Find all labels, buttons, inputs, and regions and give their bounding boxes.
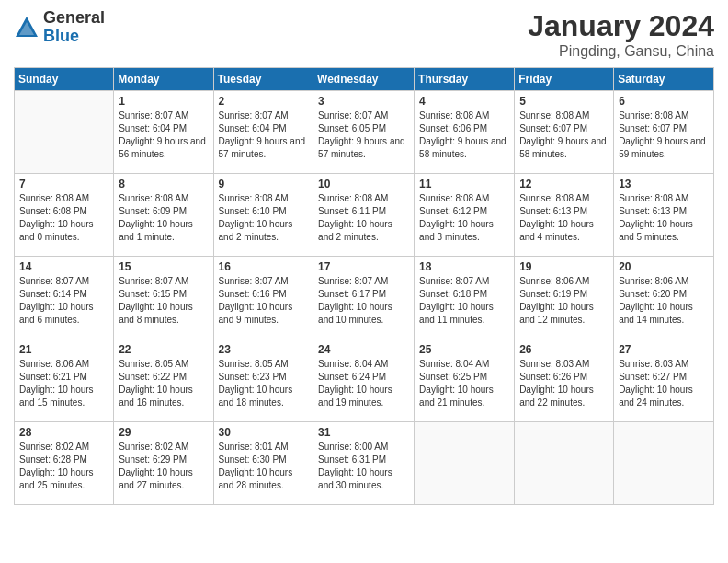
day-number: 19: [519, 260, 609, 273]
calendar-week-row: 1Sunrise: 8:07 AMSunset: 6:04 PMDaylight…: [15, 91, 714, 174]
calendar-week-row: 14Sunrise: 8:07 AMSunset: 6:14 PMDayligh…: [15, 257, 714, 339]
day-info: Sunrise: 8:08 AMSunset: 6:13 PMDaylight:…: [619, 192, 709, 244]
day-number: 8: [119, 178, 208, 190]
col-friday: Friday: [515, 68, 614, 91]
day-number: 1: [119, 95, 208, 108]
day-info: Sunrise: 8:07 AMSunset: 6:05 PMDaylight:…: [318, 109, 409, 161]
table-row: [15, 91, 114, 174]
day-info: Sunrise: 8:01 AMSunset: 6:30 PMDaylight:…: [219, 441, 309, 492]
day-number: 5: [519, 95, 609, 108]
day-info: Sunrise: 8:08 AMSunset: 6:09 PMDaylight:…: [119, 192, 208, 244]
day-info: Sunrise: 8:04 AMSunset: 6:24 PMDaylight:…: [318, 358, 409, 409]
table-row: 17Sunrise: 8:07 AMSunset: 6:17 PMDayligh…: [313, 257, 415, 339]
calendar-week-row: 21Sunrise: 8:06 AMSunset: 6:21 PMDayligh…: [15, 339, 714, 422]
table-row: 9Sunrise: 8:08 AMSunset: 6:10 PMDaylight…: [213, 174, 313, 257]
day-info: Sunrise: 8:02 AMSunset: 6:28 PMDaylight:…: [19, 441, 108, 492]
day-number: 10: [318, 178, 409, 190]
logo-icon: [14, 15, 40, 40]
table-row: 6Sunrise: 8:08 AMSunset: 6:07 PMDaylight…: [614, 91, 714, 174]
calendar-week-row: 7Sunrise: 8:08 AMSunset: 6:08 PMDaylight…: [15, 174, 714, 257]
day-info: Sunrise: 8:07 AMSunset: 6:04 PMDaylight:…: [119, 109, 208, 161]
calendar-table: Sunday Monday Tuesday Wednesday Thursday…: [14, 67, 714, 505]
table-row: 13Sunrise: 8:08 AMSunset: 6:13 PMDayligh…: [614, 174, 714, 257]
table-row: 4Sunrise: 8:08 AMSunset: 6:06 PMDaylight…: [415, 91, 515, 174]
day-number: 17: [318, 260, 409, 273]
table-row: 1Sunrise: 8:07 AMSunset: 6:04 PMDaylight…: [114, 91, 213, 174]
table-row: 12Sunrise: 8:08 AMSunset: 6:13 PMDayligh…: [515, 174, 614, 257]
day-number: 4: [419, 95, 509, 108]
table-row: 5Sunrise: 8:08 AMSunset: 6:07 PMDaylight…: [515, 91, 614, 174]
table-row: 21Sunrise: 8:06 AMSunset: 6:21 PMDayligh…: [15, 339, 114, 422]
table-row: 18Sunrise: 8:07 AMSunset: 6:18 PMDayligh…: [415, 257, 515, 339]
table-row: 27Sunrise: 8:03 AMSunset: 6:27 PMDayligh…: [614, 339, 714, 422]
day-number: 6: [619, 95, 709, 108]
logo: General Blue: [14, 9, 105, 46]
day-info: Sunrise: 8:05 AMSunset: 6:22 PMDaylight:…: [119, 358, 208, 409]
table-row: 25Sunrise: 8:04 AMSunset: 6:25 PMDayligh…: [415, 339, 515, 422]
day-info: Sunrise: 8:07 AMSunset: 6:18 PMDaylight:…: [419, 275, 509, 327]
day-info: Sunrise: 8:08 AMSunset: 6:08 PMDaylight:…: [19, 192, 108, 244]
table-row: 2Sunrise: 8:07 AMSunset: 6:04 PMDaylight…: [213, 91, 313, 174]
month-title: January 2024: [528, 9, 714, 43]
table-row: 19Sunrise: 8:06 AMSunset: 6:19 PMDayligh…: [515, 257, 614, 339]
day-number: 12: [519, 178, 609, 190]
day-info: Sunrise: 8:04 AMSunset: 6:25 PMDaylight:…: [419, 358, 509, 409]
day-info: Sunrise: 8:00 AMSunset: 6:31 PMDaylight:…: [318, 441, 409, 492]
day-info: Sunrise: 8:08 AMSunset: 6:12 PMDaylight:…: [419, 192, 509, 244]
table-row: 29Sunrise: 8:02 AMSunset: 6:29 PMDayligh…: [114, 422, 213, 505]
calendar-header-row: Sunday Monday Tuesday Wednesday Thursday…: [15, 68, 714, 91]
col-tuesday: Tuesday: [213, 68, 313, 91]
table-row: 3Sunrise: 8:07 AMSunset: 6:05 PMDaylight…: [313, 91, 415, 174]
col-monday: Monday: [114, 68, 213, 91]
table-row: 15Sunrise: 8:07 AMSunset: 6:15 PMDayligh…: [114, 257, 213, 339]
day-info: Sunrise: 8:08 AMSunset: 6:07 PMDaylight:…: [619, 109, 709, 161]
logo-blue: Blue: [43, 28, 105, 46]
day-number: 30: [219, 426, 309, 439]
day-number: 9: [219, 178, 309, 190]
day-number: 2: [219, 95, 309, 108]
col-wednesday: Wednesday: [313, 68, 415, 91]
calendar-week-row: 28Sunrise: 8:02 AMSunset: 6:28 PMDayligh…: [15, 422, 714, 505]
col-saturday: Saturday: [614, 68, 714, 91]
col-sunday: Sunday: [15, 68, 114, 91]
location: Pingding, Gansu, China: [528, 43, 714, 60]
day-number: 21: [19, 343, 108, 356]
day-info: Sunrise: 8:08 AMSunset: 6:10 PMDaylight:…: [219, 192, 309, 244]
logo-general: General: [43, 9, 105, 28]
day-info: Sunrise: 8:02 AMSunset: 6:29 PMDaylight:…: [119, 441, 208, 492]
page-container: General Blue January 2024 Pingding, Gans…: [0, 0, 728, 563]
day-info: Sunrise: 8:05 AMSunset: 6:23 PMDaylight:…: [219, 358, 309, 409]
day-number: 18: [419, 260, 509, 273]
day-number: 11: [419, 178, 509, 190]
table-row: 10Sunrise: 8:08 AMSunset: 6:11 PMDayligh…: [313, 174, 415, 257]
day-info: Sunrise: 8:06 AMSunset: 6:19 PMDaylight:…: [519, 275, 609, 327]
logo-text: General Blue: [43, 9, 105, 46]
day-number: 29: [119, 426, 208, 439]
day-number: 25: [419, 343, 509, 356]
day-info: Sunrise: 8:06 AMSunset: 6:21 PMDaylight:…: [19, 358, 108, 409]
day-info: Sunrise: 8:08 AMSunset: 6:11 PMDaylight:…: [318, 192, 409, 244]
day-number: 13: [619, 178, 709, 190]
day-number: 23: [219, 343, 309, 356]
table-row: 16Sunrise: 8:07 AMSunset: 6:16 PMDayligh…: [213, 257, 313, 339]
day-info: Sunrise: 8:07 AMSunset: 6:16 PMDaylight:…: [219, 275, 309, 327]
day-number: 16: [219, 260, 309, 273]
table-row: 20Sunrise: 8:06 AMSunset: 6:20 PMDayligh…: [614, 257, 714, 339]
table-row: 23Sunrise: 8:05 AMSunset: 6:23 PMDayligh…: [213, 339, 313, 422]
day-info: Sunrise: 8:07 AMSunset: 6:15 PMDaylight:…: [119, 275, 208, 327]
day-info: Sunrise: 8:03 AMSunset: 6:26 PMDaylight:…: [519, 358, 609, 409]
day-number: 27: [619, 343, 709, 356]
table-row: 11Sunrise: 8:08 AMSunset: 6:12 PMDayligh…: [415, 174, 515, 257]
day-number: 31: [318, 426, 409, 439]
table-row: 30Sunrise: 8:01 AMSunset: 6:30 PMDayligh…: [213, 422, 313, 505]
table-row: 8Sunrise: 8:08 AMSunset: 6:09 PMDaylight…: [114, 174, 213, 257]
day-info: Sunrise: 8:08 AMSunset: 6:07 PMDaylight:…: [519, 109, 609, 161]
table-row: [614, 422, 714, 505]
day-info: Sunrise: 8:08 AMSunset: 6:06 PMDaylight:…: [419, 109, 509, 161]
day-info: Sunrise: 8:07 AMSunset: 6:04 PMDaylight:…: [219, 109, 309, 161]
table-row: 22Sunrise: 8:05 AMSunset: 6:22 PMDayligh…: [114, 339, 213, 422]
table-row: 28Sunrise: 8:02 AMSunset: 6:28 PMDayligh…: [15, 422, 114, 505]
table-row: [415, 422, 515, 505]
table-row: 31Sunrise: 8:00 AMSunset: 6:31 PMDayligh…: [313, 422, 415, 505]
day-number: 28: [19, 426, 108, 439]
